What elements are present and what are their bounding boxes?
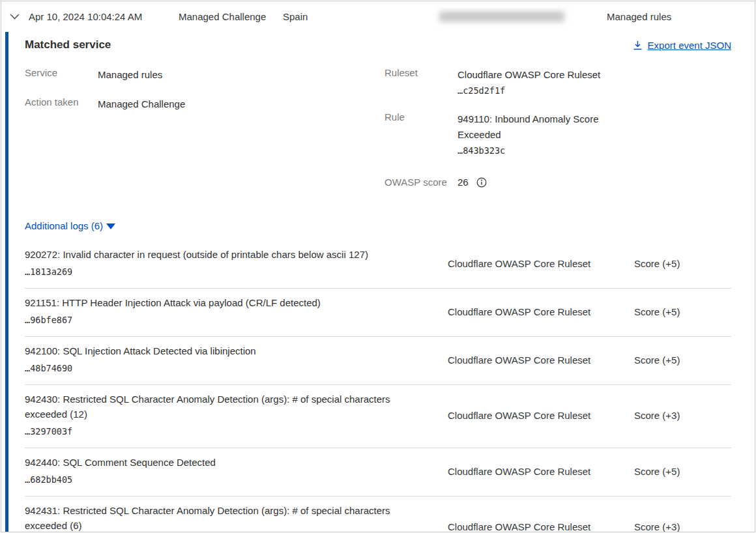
event-card: Apr 10, 2024 10:04:24 AM Managed Challen…	[1, 1, 755, 532]
action-taken-field: Action taken Managed Challenge	[25, 96, 385, 112]
log-rule-id: …96bfe867	[25, 312, 424, 328]
log-row: 942100: SQL Injection Attack Detected vi…	[25, 337, 731, 385]
log-description: 942431: Restricted SQL Character Anomaly…	[25, 503, 424, 532]
service-value: Managed rules	[98, 67, 162, 83]
ruleset-id: …c25d2f1f	[458, 83, 600, 98]
export-event-json-link[interactable]: Export event JSON	[633, 40, 731, 51]
additional-logs-list: 920272: Invalid character in request (ou…	[25, 240, 731, 532]
info-icon[interactable]	[476, 177, 487, 188]
panel-title: Matched service	[25, 38, 111, 51]
rule-label: Rule	[385, 111, 458, 158]
log-row: 942430: Restricted SQL Character Anomaly…	[25, 385, 731, 448]
export-event-json-label: Export event JSON	[648, 40, 731, 51]
event-action-taken: Managed Challenge	[179, 11, 283, 22]
rule-field: Rule 949110: Inbound Anomaly Score Excee…	[385, 111, 731, 158]
log-row: 942431: Restricted SQL Character Anomaly…	[25, 497, 731, 532]
additional-logs-toggle[interactable]: Additional logs (6)	[25, 220, 103, 231]
download-icon	[633, 40, 643, 50]
event-detail-panel: Matched service Export event JSON Servic…	[1, 32, 755, 532]
log-score: Score (+5)	[634, 466, 731, 477]
log-score: Score (+3)	[634, 521, 731, 532]
event-timestamp: Apr 10, 2024 10:04:24 AM	[29, 11, 179, 22]
triangle-down-icon[interactable]	[106, 223, 115, 229]
log-description: 942100: SQL Injection Attack Detected vi…	[25, 343, 424, 358]
selected-row-indicator-bar	[5, 32, 8, 532]
redacted-hostname	[439, 11, 564, 22]
log-rule-id: …1813a269	[25, 264, 424, 280]
event-service: Managed rules	[607, 11, 755, 22]
log-row: 920272: Invalid character in request (ou…	[25, 240, 731, 289]
action-taken-value: Managed Challenge	[98, 96, 185, 112]
event-row-header[interactable]: Apr 10, 2024 10:04:24 AM Managed Challen…	[1, 1, 755, 32]
matched-service-fields: Service Managed rules Action taken Manag…	[25, 67, 731, 201]
log-row: 921151: HTTP Header Injection Attack via…	[25, 289, 731, 337]
log-row: 942440: SQL Comment Sequence Detected …6…	[25, 448, 731, 497]
log-score: Score (+3)	[634, 410, 731, 421]
service-field: Service Managed rules	[25, 67, 385, 83]
log-ruleset: Cloudflare OWASP Core Ruleset	[424, 258, 634, 269]
log-rule-id: …48b74690	[25, 360, 424, 376]
ruleset-label: Ruleset	[385, 67, 458, 98]
log-description: 942430: Restricted SQL Character Anomaly…	[25, 392, 424, 422]
log-description: 942440: SQL Comment Sequence Detected	[25, 455, 424, 470]
owasp-score-label: OWASP score	[385, 177, 458, 188]
log-ruleset: Cloudflare OWASP Core Ruleset	[424, 410, 634, 421]
ruleset-field: Ruleset Cloudflare OWASP Core Ruleset …c…	[385, 67, 731, 98]
rule-id: …843b323c	[458, 143, 614, 158]
log-score: Score (+5)	[634, 354, 731, 366]
log-ruleset: Cloudflare OWASP Core Ruleset	[424, 306, 634, 317]
action-taken-label: Action taken	[25, 96, 98, 112]
log-ruleset: Cloudflare OWASP Core Ruleset	[424, 466, 634, 477]
log-score: Score (+5)	[634, 306, 731, 317]
log-description: 921151: HTTP Header Injection Attack via…	[25, 295, 424, 310]
log-score: Score (+5)	[634, 258, 731, 269]
log-rule-id: …682bb405	[25, 472, 424, 487]
rule-value: 949110: Inbound Anomaly Score Exceeded	[458, 111, 614, 143]
log-rule-id: …3297003f	[25, 424, 424, 439]
ruleset-value: Cloudflare OWASP Core Ruleset	[458, 67, 600, 83]
service-label: Service	[25, 67, 98, 83]
log-ruleset: Cloudflare OWASP Core Ruleset	[424, 354, 634, 366]
owasp-score-value: 26	[458, 177, 469, 188]
chevron-down-icon[interactable]	[10, 11, 21, 22]
log-ruleset: Cloudflare OWASP Core Ruleset	[424, 521, 634, 532]
log-description: 920272: Invalid character in request (ou…	[25, 247, 424, 262]
owasp-score-field: OWASP score 26	[385, 177, 731, 188]
event-country: Spain	[283, 11, 439, 22]
